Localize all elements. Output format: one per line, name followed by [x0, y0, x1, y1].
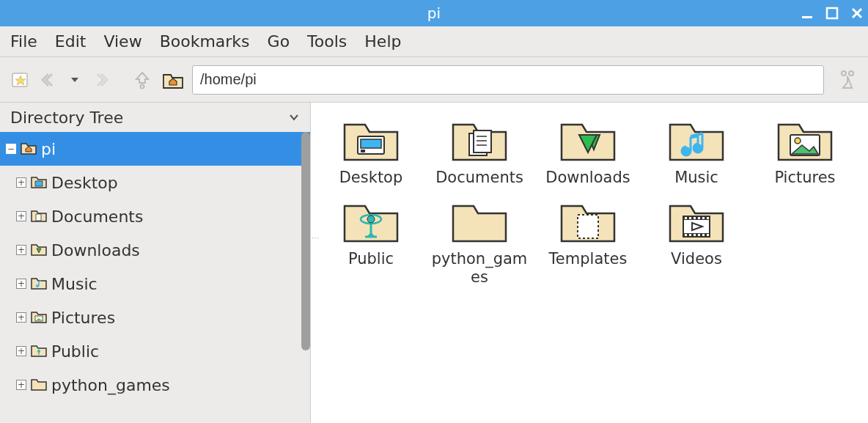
folder-icon	[31, 275, 47, 293]
new-tab-button[interactable]	[9, 68, 32, 92]
svg-rect-41	[694, 234, 696, 236]
forward-button[interactable]	[88, 68, 111, 92]
side-panel: Directory Tree − pi + Desktop+ Documents…	[0, 103, 311, 423]
close-button[interactable]	[850, 7, 864, 20]
folder-icon	[557, 114, 619, 166]
folder-label: Templates	[549, 250, 628, 268]
svg-point-5	[842, 71, 846, 76]
expand-icon[interactable]: +	[16, 177, 26, 188]
svg-rect-40	[689, 234, 691, 236]
svg-rect-38	[707, 217, 709, 219]
svg-point-25	[795, 138, 801, 144]
home-folder-icon	[21, 140, 37, 158]
folder-videos[interactable]: Videos	[645, 196, 748, 287]
folder-pictures[interactable]: Pictures	[754, 114, 856, 187]
folder-icon	[449, 196, 510, 247]
tree-label: Documents	[51, 207, 143, 226]
folder-label: python_games	[428, 250, 531, 287]
tree-item-python_games[interactable]: + python_games	[0, 368, 310, 402]
expand-icon[interactable]: +	[16, 312, 26, 323]
splitter-handle[interactable]: ⋮	[311, 235, 320, 243]
folder-view[interactable]: Desktop Documents Downloads Music Pictur…	[311, 103, 868, 423]
menu-help[interactable]: Help	[364, 32, 401, 51]
svg-point-4	[141, 84, 144, 88]
folder-templates[interactable]: Templates	[537, 196, 639, 287]
folder-label: Downloads	[545, 169, 630, 187]
svg-point-11	[37, 317, 38, 318]
svg-rect-33	[685, 217, 687, 219]
titlebar: pi	[0, 0, 868, 26]
svg-rect-32	[683, 233, 710, 237]
menu-file[interactable]: File	[10, 32, 37, 51]
menu-edit[interactable]: Edit	[55, 32, 87, 51]
svg-rect-37	[702, 217, 705, 219]
folder-icon	[31, 376, 47, 394]
svg-point-23	[682, 147, 691, 155]
scrollbar[interactable]	[301, 132, 310, 350]
svg-point-6	[849, 71, 853, 76]
menu-tools[interactable]: Tools	[307, 32, 347, 51]
path-go-button[interactable]	[836, 68, 859, 92]
folder-documents[interactable]: Documents	[428, 114, 531, 187]
folder-downloads[interactable]: Downloads	[537, 114, 639, 187]
svg-rect-16	[361, 150, 365, 152]
svg-rect-18	[474, 130, 491, 152]
tree-item-music[interactable]: + Music	[0, 267, 310, 301]
minimize-button[interactable]	[801, 7, 814, 20]
path-input[interactable]	[192, 65, 824, 95]
collapse-icon[interactable]: −	[6, 144, 16, 154]
tree-label: Public	[51, 342, 99, 361]
menu-bookmarks[interactable]: Bookmarks	[160, 32, 250, 51]
window-controls	[801, 7, 864, 20]
svg-rect-36	[698, 217, 700, 219]
menu-go[interactable]: Go	[268, 32, 290, 51]
folder-public[interactable]: Public	[320, 196, 422, 287]
folder-music[interactable]: Music	[645, 114, 748, 187]
folder-label: Pictures	[774, 169, 835, 187]
svg-point-28	[367, 216, 375, 223]
side-panel-title: Directory Tree	[10, 108, 123, 127]
tree-item-downloads[interactable]: + Downloads	[0, 233, 310, 267]
tree-root-pi[interactable]: − pi	[0, 132, 310, 166]
home-button[interactable]	[160, 68, 186, 92]
toolbar	[0, 57, 868, 103]
svg-rect-0	[802, 16, 812, 18]
up-button[interactable]	[130, 68, 154, 92]
svg-rect-42	[698, 234, 700, 236]
folder-python-games[interactable]: python_games	[428, 196, 531, 287]
tree-label: Desktop	[51, 174, 118, 192]
folder-label: Desktop	[339, 169, 403, 187]
expand-icon[interactable]: +	[16, 245, 26, 255]
svg-rect-1	[827, 8, 837, 18]
svg-point-22	[694, 144, 702, 152]
folder-icon	[31, 241, 47, 260]
tree-item-desktop[interactable]: + Desktop	[0, 166, 310, 199]
folder-icon	[340, 114, 402, 166]
svg-rect-31	[683, 216, 710, 220]
expand-icon[interactable]: +	[16, 211, 26, 221]
folder-label: Videos	[671, 250, 722, 268]
folder-icon	[31, 342, 47, 361]
tree-label: Music	[51, 275, 98, 293]
side-panel-header[interactable]: Directory Tree	[0, 103, 310, 132]
expand-icon[interactable]: +	[16, 346, 26, 356]
folder-label: Music	[674, 169, 718, 187]
svg-rect-8	[36, 214, 41, 221]
tree-item-documents[interactable]: + Documents	[0, 199, 310, 233]
maximize-button[interactable]	[825, 7, 839, 20]
svg-rect-44	[707, 234, 709, 236]
svg-rect-15	[361, 139, 381, 148]
tree-item-pictures[interactable]: + Pictures	[0, 301, 310, 334]
menu-view[interactable]: View	[103, 32, 141, 51]
svg-rect-29	[578, 215, 598, 238]
tree-label: Downloads	[51, 241, 140, 260]
expand-icon[interactable]: +	[16, 279, 26, 289]
tree-item-public[interactable]: + Public	[0, 334, 310, 368]
expand-icon[interactable]: +	[16, 380, 26, 390]
directory-tree: − pi + Desktop+ Documents+ Downloads+ Mu…	[0, 132, 310, 423]
folder-desktop[interactable]: Desktop	[320, 114, 422, 187]
back-button[interactable]	[38, 68, 62, 92]
history-dropdown[interactable]	[67, 68, 82, 92]
folder-icon	[449, 114, 510, 166]
chevron-down-icon[interactable]	[288, 108, 300, 127]
